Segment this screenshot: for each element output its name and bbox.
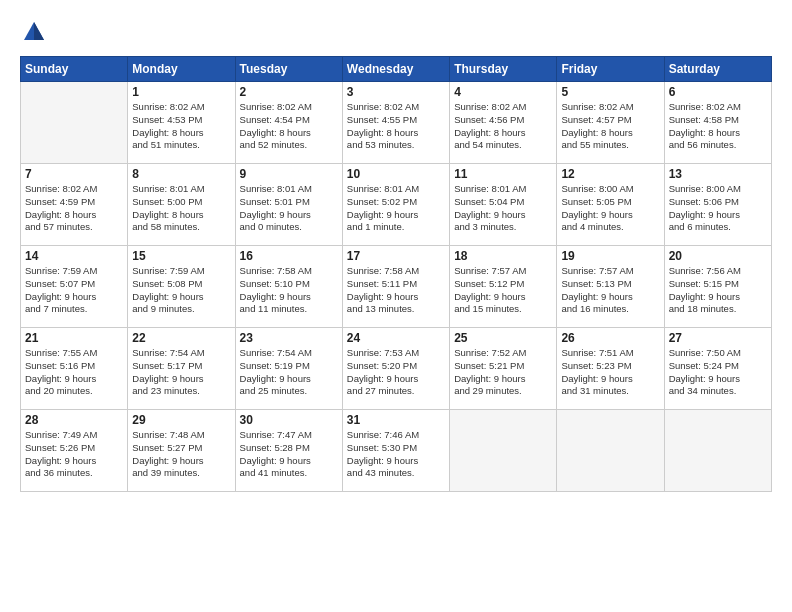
day-info: Sunrise: 8:02 AM Sunset: 4:59 PM Dayligh… — [25, 183, 123, 234]
day-number: 15 — [132, 249, 230, 263]
calendar-cell: 26Sunrise: 7:51 AM Sunset: 5:23 PM Dayli… — [557, 328, 664, 410]
weekday-header-tuesday: Tuesday — [235, 57, 342, 82]
day-number: 20 — [669, 249, 767, 263]
calendar-cell: 31Sunrise: 7:46 AM Sunset: 5:30 PM Dayli… — [342, 410, 449, 492]
day-info: Sunrise: 7:57 AM Sunset: 5:13 PM Dayligh… — [561, 265, 659, 316]
day-number: 28 — [25, 413, 123, 427]
calendar-cell: 19Sunrise: 7:57 AM Sunset: 5:13 PM Dayli… — [557, 246, 664, 328]
calendar-cell: 9Sunrise: 8:01 AM Sunset: 5:01 PM Daylig… — [235, 164, 342, 246]
calendar-cell: 2Sunrise: 8:02 AM Sunset: 4:54 PM Daylig… — [235, 82, 342, 164]
weekday-header-row: SundayMondayTuesdayWednesdayThursdayFrid… — [21, 57, 772, 82]
weekday-header-friday: Friday — [557, 57, 664, 82]
calendar-cell: 15Sunrise: 7:59 AM Sunset: 5:08 PM Dayli… — [128, 246, 235, 328]
calendar-cell: 6Sunrise: 8:02 AM Sunset: 4:58 PM Daylig… — [664, 82, 771, 164]
day-info: Sunrise: 7:52 AM Sunset: 5:21 PM Dayligh… — [454, 347, 552, 398]
day-number: 30 — [240, 413, 338, 427]
header — [20, 18, 772, 46]
calendar-table: SundayMondayTuesdayWednesdayThursdayFrid… — [20, 56, 772, 492]
day-number: 31 — [347, 413, 445, 427]
week-row-2: 14Sunrise: 7:59 AM Sunset: 5:07 PM Dayli… — [21, 246, 772, 328]
day-info: Sunrise: 7:51 AM Sunset: 5:23 PM Dayligh… — [561, 347, 659, 398]
calendar-cell — [557, 410, 664, 492]
day-info: Sunrise: 7:56 AM Sunset: 5:15 PM Dayligh… — [669, 265, 767, 316]
day-number: 1 — [132, 85, 230, 99]
week-row-0: 1Sunrise: 8:02 AM Sunset: 4:53 PM Daylig… — [21, 82, 772, 164]
calendar-cell — [664, 410, 771, 492]
day-number: 17 — [347, 249, 445, 263]
day-number: 7 — [25, 167, 123, 181]
day-info: Sunrise: 8:02 AM Sunset: 4:57 PM Dayligh… — [561, 101, 659, 152]
day-number: 9 — [240, 167, 338, 181]
day-info: Sunrise: 8:01 AM Sunset: 5:01 PM Dayligh… — [240, 183, 338, 234]
day-info: Sunrise: 7:57 AM Sunset: 5:12 PM Dayligh… — [454, 265, 552, 316]
weekday-header-sunday: Sunday — [21, 57, 128, 82]
day-info: Sunrise: 8:02 AM Sunset: 4:58 PM Dayligh… — [669, 101, 767, 152]
calendar-cell: 5Sunrise: 8:02 AM Sunset: 4:57 PM Daylig… — [557, 82, 664, 164]
day-number: 27 — [669, 331, 767, 345]
day-number: 22 — [132, 331, 230, 345]
day-info: Sunrise: 7:54 AM Sunset: 5:19 PM Dayligh… — [240, 347, 338, 398]
calendar-cell: 25Sunrise: 7:52 AM Sunset: 5:21 PM Dayli… — [450, 328, 557, 410]
calendar-cell: 11Sunrise: 8:01 AM Sunset: 5:04 PM Dayli… — [450, 164, 557, 246]
calendar-cell: 18Sunrise: 7:57 AM Sunset: 5:12 PM Dayli… — [450, 246, 557, 328]
svg-marker-1 — [34, 22, 44, 40]
calendar-cell: 28Sunrise: 7:49 AM Sunset: 5:26 PM Dayli… — [21, 410, 128, 492]
calendar-cell: 23Sunrise: 7:54 AM Sunset: 5:19 PM Dayli… — [235, 328, 342, 410]
day-number: 24 — [347, 331, 445, 345]
weekday-header-thursday: Thursday — [450, 57, 557, 82]
day-number: 2 — [240, 85, 338, 99]
calendar-cell: 3Sunrise: 8:02 AM Sunset: 4:55 PM Daylig… — [342, 82, 449, 164]
day-info: Sunrise: 8:02 AM Sunset: 4:54 PM Dayligh… — [240, 101, 338, 152]
calendar-cell — [450, 410, 557, 492]
day-info: Sunrise: 7:47 AM Sunset: 5:28 PM Dayligh… — [240, 429, 338, 480]
calendar-cell: 29Sunrise: 7:48 AM Sunset: 5:27 PM Dayli… — [128, 410, 235, 492]
week-row-4: 28Sunrise: 7:49 AM Sunset: 5:26 PM Dayli… — [21, 410, 772, 492]
calendar-cell: 4Sunrise: 8:02 AM Sunset: 4:56 PM Daylig… — [450, 82, 557, 164]
day-number: 16 — [240, 249, 338, 263]
day-info: Sunrise: 7:53 AM Sunset: 5:20 PM Dayligh… — [347, 347, 445, 398]
day-number: 3 — [347, 85, 445, 99]
day-info: Sunrise: 8:01 AM Sunset: 5:04 PM Dayligh… — [454, 183, 552, 234]
calendar-cell: 17Sunrise: 7:58 AM Sunset: 5:11 PM Dayli… — [342, 246, 449, 328]
calendar-cell — [21, 82, 128, 164]
day-number: 5 — [561, 85, 659, 99]
calendar-cell: 21Sunrise: 7:55 AM Sunset: 5:16 PM Dayli… — [21, 328, 128, 410]
day-info: Sunrise: 7:55 AM Sunset: 5:16 PM Dayligh… — [25, 347, 123, 398]
calendar-cell: 27Sunrise: 7:50 AM Sunset: 5:24 PM Dayli… — [664, 328, 771, 410]
day-number: 19 — [561, 249, 659, 263]
logo — [20, 18, 52, 46]
day-info: Sunrise: 7:58 AM Sunset: 5:10 PM Dayligh… — [240, 265, 338, 316]
day-number: 6 — [669, 85, 767, 99]
day-info: Sunrise: 7:59 AM Sunset: 5:08 PM Dayligh… — [132, 265, 230, 316]
day-info: Sunrise: 8:02 AM Sunset: 4:55 PM Dayligh… — [347, 101, 445, 152]
day-number: 13 — [669, 167, 767, 181]
day-number: 12 — [561, 167, 659, 181]
day-info: Sunrise: 8:02 AM Sunset: 4:56 PM Dayligh… — [454, 101, 552, 152]
calendar-cell: 7Sunrise: 8:02 AM Sunset: 4:59 PM Daylig… — [21, 164, 128, 246]
weekday-header-wednesday: Wednesday — [342, 57, 449, 82]
calendar-cell: 20Sunrise: 7:56 AM Sunset: 5:15 PM Dayli… — [664, 246, 771, 328]
day-info: Sunrise: 7:54 AM Sunset: 5:17 PM Dayligh… — [132, 347, 230, 398]
day-number: 4 — [454, 85, 552, 99]
calendar-cell: 13Sunrise: 8:00 AM Sunset: 5:06 PM Dayli… — [664, 164, 771, 246]
day-number: 21 — [25, 331, 123, 345]
day-number: 11 — [454, 167, 552, 181]
day-number: 26 — [561, 331, 659, 345]
day-info: Sunrise: 8:00 AM Sunset: 5:05 PM Dayligh… — [561, 183, 659, 234]
week-row-1: 7Sunrise: 8:02 AM Sunset: 4:59 PM Daylig… — [21, 164, 772, 246]
day-number: 23 — [240, 331, 338, 345]
calendar-cell: 8Sunrise: 8:01 AM Sunset: 5:00 PM Daylig… — [128, 164, 235, 246]
calendar-cell: 22Sunrise: 7:54 AM Sunset: 5:17 PM Dayli… — [128, 328, 235, 410]
calendar-cell: 12Sunrise: 8:00 AM Sunset: 5:05 PM Dayli… — [557, 164, 664, 246]
day-info: Sunrise: 8:01 AM Sunset: 5:02 PM Dayligh… — [347, 183, 445, 234]
calendar-cell: 16Sunrise: 7:58 AM Sunset: 5:10 PM Dayli… — [235, 246, 342, 328]
day-info: Sunrise: 7:49 AM Sunset: 5:26 PM Dayligh… — [25, 429, 123, 480]
day-number: 25 — [454, 331, 552, 345]
day-number: 18 — [454, 249, 552, 263]
logo-icon — [20, 18, 48, 46]
day-info: Sunrise: 7:59 AM Sunset: 5:07 PM Dayligh… — [25, 265, 123, 316]
day-info: Sunrise: 8:01 AM Sunset: 5:00 PM Dayligh… — [132, 183, 230, 234]
calendar-cell: 1Sunrise: 8:02 AM Sunset: 4:53 PM Daylig… — [128, 82, 235, 164]
weekday-header-monday: Monday — [128, 57, 235, 82]
calendar-cell: 10Sunrise: 8:01 AM Sunset: 5:02 PM Dayli… — [342, 164, 449, 246]
